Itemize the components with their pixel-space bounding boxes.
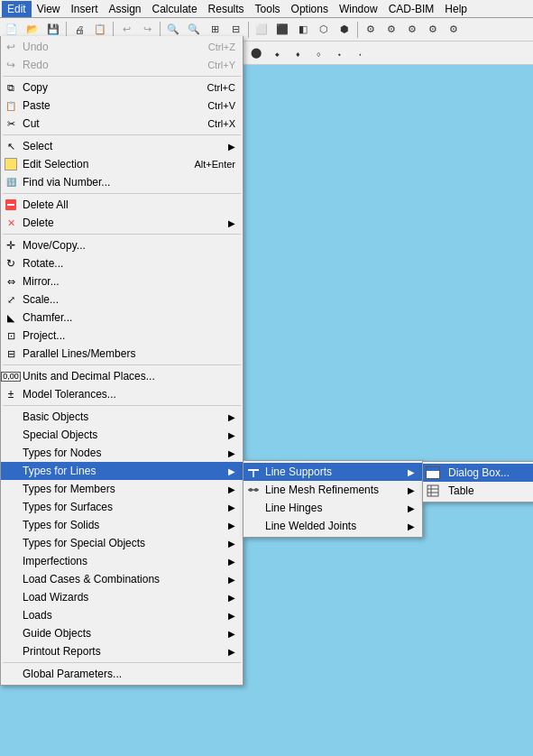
tb-extra5[interactable]: ⚙ bbox=[444, 20, 464, 40]
types-members-arrow: ▶ bbox=[228, 484, 235, 494]
project-icon: ⊡ bbox=[3, 330, 19, 342]
sep-6 bbox=[3, 405, 241, 406]
menu-bar-results[interactable]: Results bbox=[203, 1, 250, 17]
menu-bar-help[interactable]: Help bbox=[439, 1, 473, 17]
tb2-btn15[interactable]: ⬨ bbox=[308, 43, 328, 63]
guide-objects-arrow: ▶ bbox=[228, 629, 235, 639]
tb-extra3[interactable]: ⚙ bbox=[402, 20, 422, 40]
delete-arrow: ▶ bbox=[228, 218, 235, 228]
menu-item-copy[interactable]: ⧉ Copy Ctrl+C bbox=[1, 78, 243, 97]
tb-extra4[interactable]: ⚙ bbox=[423, 20, 443, 40]
menu-item-line-supports[interactable]: Line Supports ▶ Dialog Box... bbox=[244, 463, 422, 481]
menu-item-line-welded[interactable]: Line Welded Joints ▶ bbox=[244, 517, 422, 535]
menu-item-guide-objects[interactable]: Guide Objects ▶ bbox=[1, 624, 243, 642]
tb-view2[interactable]: ⬛ bbox=[272, 20, 292, 40]
menu-item-paste[interactable]: 📋 Paste Ctrl+V bbox=[1, 97, 243, 115]
basic-objects-arrow: ▶ bbox=[228, 412, 235, 422]
menu-item-select[interactable]: ↖ Select ▶ bbox=[1, 137, 243, 155]
select-icon: ↖ bbox=[3, 141, 19, 152]
menu-bar-insert[interactable]: Insert bbox=[65, 1, 103, 17]
line-mesh-arrow: ▶ bbox=[408, 485, 415, 495]
menu-item-loads[interactable]: Loads ▶ bbox=[1, 606, 243, 624]
menu-bar-tools[interactable]: Tools bbox=[250, 1, 286, 17]
tb-view5[interactable]: ⬢ bbox=[335, 20, 354, 40]
menu-item-types-members[interactable]: Types for Members ▶ bbox=[1, 480, 243, 498]
menu-item-load-wizards[interactable]: Load Wizards ▶ bbox=[1, 588, 243, 606]
load-cases-arrow: ▶ bbox=[228, 575, 235, 585]
menu-item-types-special[interactable]: Types for Special Objects ▶ bbox=[1, 534, 243, 552]
svg-rect-2 bbox=[248, 469, 259, 471]
undo-icon: ↩ bbox=[3, 41, 19, 53]
menu-item-load-cases[interactable]: Load Cases & Combinations ▶ bbox=[1, 570, 243, 588]
menu-bar-options[interactable]: Options bbox=[286, 1, 334, 17]
menu-item-redo[interactable]: ↪ Redo Ctrl+Y bbox=[1, 56, 243, 74]
table-icon bbox=[425, 484, 441, 497]
tb-view3[interactable]: ◧ bbox=[293, 20, 313, 40]
tb2-btn13[interactable]: ⬥ bbox=[267, 43, 287, 63]
menu-item-imperfections[interactable]: Imperfections ▶ bbox=[1, 552, 243, 570]
menu-item-cut[interactable]: ✂ Cut Ctrl+X bbox=[1, 115, 243, 133]
tb-view1[interactable]: ⬜ bbox=[252, 20, 271, 40]
svg-point-9 bbox=[249, 488, 253, 492]
printout-arrow: ▶ bbox=[228, 647, 235, 657]
tb-sep-3 bbox=[160, 22, 161, 38]
tb-view4[interactable]: ⬡ bbox=[314, 20, 334, 40]
menu-item-project[interactable]: ⊡ Project... bbox=[1, 327, 243, 345]
menu-bar-calculate[interactable]: Calculate bbox=[147, 1, 203, 17]
sep-2 bbox=[3, 134, 241, 135]
types-solids-arrow: ▶ bbox=[228, 521, 235, 530]
tb2-btn17[interactable]: ⬪ bbox=[350, 43, 370, 63]
menu-item-basic-objects[interactable]: Basic Objects ▶ bbox=[1, 408, 243, 426]
menu-item-delete[interactable]: ✕ Delete ▶ bbox=[1, 214, 243, 232]
tb-extra2[interactable]: ⚙ bbox=[381, 20, 401, 40]
menu-item-line-hinges[interactable]: Line Hinges ▶ bbox=[244, 499, 422, 517]
menu-item-units[interactable]: 0,00 Units and Decimal Places... bbox=[1, 367, 243, 385]
menu-bar-view[interactable]: View bbox=[32, 1, 66, 17]
rotate-icon: ↻ bbox=[3, 257, 19, 270]
cut-icon: ✂ bbox=[3, 118, 19, 130]
menu-item-global-params[interactable]: Global Parameters... bbox=[1, 665, 243, 683]
sep-7 bbox=[3, 662, 241, 663]
menu-item-types-solids[interactable]: Types for Solids ▶ bbox=[1, 516, 243, 534]
menu-item-table[interactable]: Table bbox=[423, 482, 533, 500]
tb2-btn12[interactable]: ⬤ bbox=[246, 43, 266, 63]
menu-item-rotate[interactable]: ↻ Rotate... bbox=[1, 254, 243, 272]
special-objects-arrow: ▶ bbox=[228, 430, 235, 440]
sep-4 bbox=[3, 234, 241, 235]
load-wizards-arrow: ▶ bbox=[228, 593, 235, 603]
menu-bar-window[interactable]: Window bbox=[334, 1, 383, 17]
tolerances-icon: ± bbox=[3, 388, 19, 401]
types-nodes-arrow: ▶ bbox=[228, 448, 235, 458]
menu-item-chamfer[interactable]: ◣ Chamfer... bbox=[1, 309, 243, 327]
menu-bar-edit[interactable]: Edit bbox=[2, 1, 32, 17]
menu-item-move-copy[interactable]: ✛ Move/Copy... bbox=[1, 236, 243, 254]
menu-bar-cad-bim[interactable]: CAD-BIM bbox=[383, 1, 440, 17]
menu-item-types-surfaces[interactable]: Types for Surfaces ▶ bbox=[1, 498, 243, 516]
tb-sep-2 bbox=[113, 22, 114, 38]
sep-1 bbox=[3, 76, 241, 77]
paste-icon: 📋 bbox=[3, 101, 19, 111]
menu-item-line-mesh[interactable]: Line Mesh Refinements ▶ bbox=[244, 481, 422, 499]
tb2-btn14[interactable]: ⬧ bbox=[288, 43, 308, 63]
menu-item-dialog-box[interactable]: Dialog Box... bbox=[423, 464, 533, 482]
tb-extra1[interactable]: ⚙ bbox=[361, 20, 381, 40]
menu-item-types-nodes[interactable]: Types for Nodes ▶ bbox=[1, 444, 243, 462]
menu-item-edit-selection[interactable]: Edit Selection Alt+Enter bbox=[1, 155, 243, 173]
tb2-btn16[interactable]: ⬩ bbox=[329, 43, 349, 63]
menu-item-scale[interactable]: ⤢ Scale... bbox=[1, 290, 243, 309]
line-supports-arrow: ▶ bbox=[408, 467, 415, 477]
menu-item-tolerances[interactable]: ± Model Tolerances... bbox=[1, 385, 243, 403]
menu-item-delete-all[interactable]: Delete All bbox=[1, 196, 243, 214]
menu-item-find-via-number[interactable]: 🔢 Find via Number... bbox=[1, 173, 243, 191]
menu-item-mirror[interactable]: ⇔ Mirror... bbox=[1, 272, 243, 290]
menu-item-types-lines[interactable]: Types for Lines ▶ Line Supports ▶ bbox=[1, 462, 243, 480]
menu-item-printout[interactable]: Printout Reports ▶ bbox=[1, 642, 243, 660]
menu-bar: Edit View Insert Assign Calculate Result… bbox=[0, 0, 533, 18]
chamfer-icon: ◣ bbox=[3, 312, 19, 324]
line-mesh-icon bbox=[245, 484, 262, 496]
submenu-line-supports: Dialog Box... bbox=[422, 461, 533, 502]
menu-item-undo[interactable]: ↩ Undo Ctrl+Z bbox=[1, 38, 243, 56]
menu-bar-assign[interactable]: Assign bbox=[104, 1, 147, 17]
menu-item-parallel[interactable]: ⊟ Parallel Lines/Members bbox=[1, 345, 243, 363]
menu-item-special-objects[interactable]: Special Objects ▶ bbox=[1, 426, 243, 444]
